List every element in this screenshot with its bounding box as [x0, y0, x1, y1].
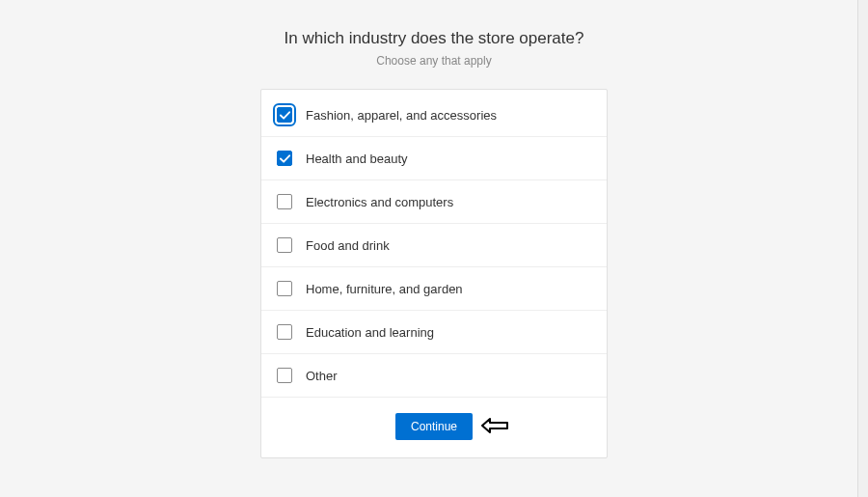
option-label: Fashion, apparel, and accessories: [306, 108, 497, 123]
button-row: Continue: [261, 398, 607, 457]
option-label: Health and beauty: [306, 152, 408, 166]
industry-options-card: Fashion, apparel, and accessories Health…: [260, 89, 608, 458]
checkbox-icon[interactable]: [277, 368, 292, 383]
checkbox-icon[interactable]: [277, 324, 292, 340]
checkbox-icon[interactable]: [277, 151, 292, 166]
arrow-left-icon: [480, 417, 509, 438]
option-health[interactable]: Health and beauty: [261, 137, 607, 180]
page-subtitle: Choose any that apply: [376, 54, 491, 68]
option-label: Electronics and computers: [306, 195, 453, 209]
checkbox-icon[interactable]: [277, 237, 292, 253]
option-education[interactable]: Education and learning: [261, 311, 607, 354]
continue-button[interactable]: Continue: [395, 413, 473, 440]
option-home[interactable]: Home, furniture, and garden: [261, 267, 607, 311]
scrollbar-track[interactable]: [858, 0, 868, 497]
checkbox-icon[interactable]: [277, 194, 292, 209]
page-title: In which industry does the store operate…: [285, 29, 584, 48]
option-food[interactable]: Food and drink: [261, 224, 607, 267]
option-electronics[interactable]: Electronics and computers: [261, 180, 607, 224]
option-label: Home, furniture, and garden: [306, 282, 463, 296]
checkbox-icon[interactable]: [277, 107, 292, 123]
checkbox-icon[interactable]: [277, 281, 292, 296]
option-label: Food and drink: [306, 238, 390, 253]
option-label: Other: [306, 369, 338, 383]
option-fashion[interactable]: Fashion, apparel, and accessories: [261, 90, 607, 137]
onboarding-industry-step: In which industry does the store operate…: [0, 0, 868, 458]
option-other[interactable]: Other: [261, 354, 607, 398]
option-label: Education and learning: [306, 325, 434, 340]
